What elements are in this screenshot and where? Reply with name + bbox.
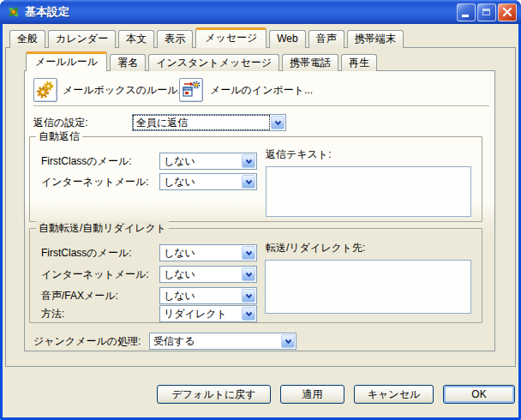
close-icon <box>499 4 516 21</box>
combo-value: リダイレクト <box>161 307 240 321</box>
chevron-down-icon[interactable] <box>242 289 255 303</box>
cancel-button[interactable]: キャンセル <box>354 385 434 404</box>
auto-reply-internet-select[interactable]: しない <box>159 173 257 190</box>
apply-button[interactable]: 適用 <box>280 385 344 404</box>
app-icon <box>6 4 21 20</box>
main-tab-strip: 全般 カレンダー 本文 表示 メッセージ Web 音声 携帯端末 <box>9 27 404 48</box>
mail-import-icon <box>181 80 201 100</box>
chevron-down-icon[interactable] <box>242 154 255 168</box>
toolbar-separator <box>33 105 489 107</box>
mail-import-button[interactable] <box>179 78 203 102</box>
close-button[interactable] <box>498 3 517 21</box>
method-label: 方法: <box>41 305 64 322</box>
auto-reply-firstclass-select[interactable]: しない <box>159 153 257 170</box>
combo-value: 全員に返信 <box>134 116 269 129</box>
tab-web[interactable]: Web <box>269 30 305 48</box>
chevron-down-icon[interactable] <box>242 267 255 281</box>
chevron-down-icon[interactable] <box>242 246 255 260</box>
combo-value: 受信する <box>151 334 279 348</box>
tab-calendar[interactable]: カレンダー <box>48 30 116 48</box>
auto-reply-group: 自動返信 FirstClassのメール: しない インターネットメール: しない… <box>29 136 482 222</box>
auto-forward-group: 自動転送/自動リダイレクト FirstClassのメール: しない インターネッ… <box>29 228 482 323</box>
reply-setting-label: 返信の設定: <box>33 114 88 131</box>
forward-to-area[interactable] <box>265 260 471 314</box>
preferences-window: 基本設定 全般 カレンダー 本文 表示 メッセージ Web 音声 携帯端末 メー… <box>0 0 521 420</box>
chevron-down-icon[interactable] <box>281 334 295 348</box>
combo-value: しない <box>161 289 240 303</box>
restore-defaults-button[interactable]: デフォルトに戻す <box>157 385 271 404</box>
voice-fax-mail-label: 音声/FAXメール: <box>41 287 118 304</box>
sub-tab-strip: メールルール 署名 インスタントメッセージ 携帯電話 再生 <box>26 51 377 71</box>
subtab-playback[interactable]: 再生 <box>341 54 377 71</box>
forward-firstclass-select[interactable]: しない <box>159 244 257 261</box>
mail-import-label: メールのインポート... <box>210 81 313 99</box>
maximize-icon <box>482 9 490 15</box>
mailbox-rules-button[interactable] <box>33 78 57 102</box>
tab-mobile-device[interactable]: 携帯端末 <box>347 30 404 48</box>
subtab-mobile-phone[interactable]: 携帯電話 <box>282 54 338 71</box>
minimize-icon <box>462 15 469 17</box>
auto-forward-group-title: 自動転送/自動リダイレクト <box>36 221 169 235</box>
gears-icon <box>35 80 56 100</box>
combo-value: しない <box>161 267 240 281</box>
combo-value: しない <box>161 154 240 168</box>
internet-mail-label: インターネットメール: <box>41 266 149 283</box>
window-title: 基本設定 <box>25 4 457 20</box>
reply-text-area[interactable] <box>266 166 471 217</box>
subtab-signature[interactable]: 署名 <box>110 54 146 71</box>
junk-mail-select[interactable]: 受信する <box>149 333 296 350</box>
subtab-mail-rules[interactable]: メールルール <box>26 51 107 71</box>
combo-value: しない <box>161 175 240 189</box>
maximize-button[interactable] <box>477 3 496 21</box>
tab-body[interactable]: 本文 <box>118 30 154 48</box>
junk-mail-label: ジャンクメールの処理: <box>33 333 141 350</box>
tab-voice[interactable]: 音声 <box>308 30 344 48</box>
dialog-content: 全般 カレンダー 本文 表示 メッセージ Web 音声 携帯端末 メールルール … <box>3 24 518 417</box>
forward-method-select[interactable]: リダイレクト <box>159 305 257 322</box>
combo-value: しない <box>161 246 240 260</box>
firstclass-mail-label: FirstClassのメール: <box>41 244 132 261</box>
reply-text-label: 返信テキスト: <box>266 146 331 163</box>
tab-message[interactable]: メッセージ <box>195 27 266 48</box>
forward-voice-fax-select[interactable]: しない <box>159 287 257 304</box>
mail-rules-panel: メールボックスのルール... メールのインポート... 返信の設定: 全員に返信 <box>24 70 495 351</box>
mailbox-rules-label: メールボックスのルール... <box>63 81 187 99</box>
reply-setting-select[interactable]: 全員に返信 <box>132 114 286 131</box>
minimize-button[interactable] <box>457 3 476 21</box>
forward-to-label: 転送/リダイレクト先: <box>266 239 365 256</box>
firstclass-mail-label: FirstClassのメール: <box>41 153 132 170</box>
title-bar: 基本設定 <box>0 0 521 24</box>
tab-display[interactable]: 表示 <box>157 30 193 48</box>
forward-internet-select[interactable]: しない <box>159 266 257 283</box>
tab-general[interactable]: 全般 <box>9 30 45 48</box>
internet-mail-label: インターネットメール: <box>41 173 149 190</box>
chevron-down-icon[interactable] <box>242 307 255 321</box>
ok-button[interactable]: OK <box>443 385 515 404</box>
auto-reply-group-title: 自動返信 <box>36 129 82 143</box>
chevron-down-icon[interactable] <box>271 116 284 129</box>
window-controls <box>457 3 517 21</box>
subtab-instant-message[interactable]: インスタントメッセージ <box>148 54 279 71</box>
chevron-down-icon[interactable] <box>242 175 255 189</box>
